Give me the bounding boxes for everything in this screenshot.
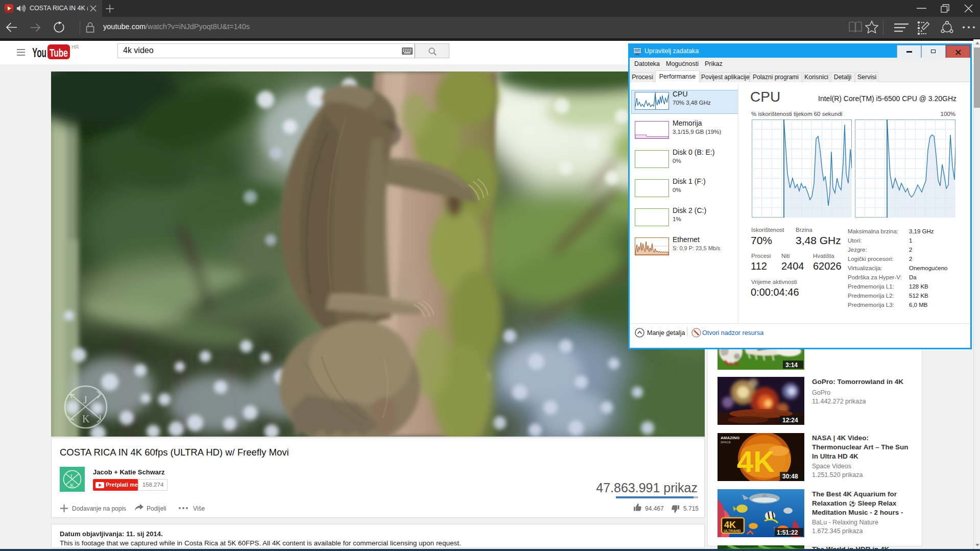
svg-text:AMAZING: AMAZING <box>721 436 739 440</box>
svg-text:12:24: 12:24 <box>782 417 798 424</box>
svg-text:J: J <box>83 394 87 405</box>
svg-text:You: You <box>32 45 46 60</box>
svg-text:K: K <box>82 413 90 424</box>
svg-text:SPACE: SPACE <box>721 441 731 444</box>
svg-text:4K: 4K <box>724 520 736 530</box>
svg-text:3:14: 3:14 <box>785 362 798 369</box>
svg-text:ULTRAHD: ULTRAHD <box>724 529 740 533</box>
svg-text:1:51:22: 1:51:22 <box>777 529 798 536</box>
svg-text:4K: 4K <box>737 445 775 478</box>
svg-text:30:48: 30:48 <box>782 473 798 480</box>
svg-text:Tube: Tube <box>50 46 68 59</box>
svg-text:HR: HR <box>71 44 79 50</box>
svg-text:J: J <box>70 473 73 479</box>
svg-text:K: K <box>70 482 74 488</box>
